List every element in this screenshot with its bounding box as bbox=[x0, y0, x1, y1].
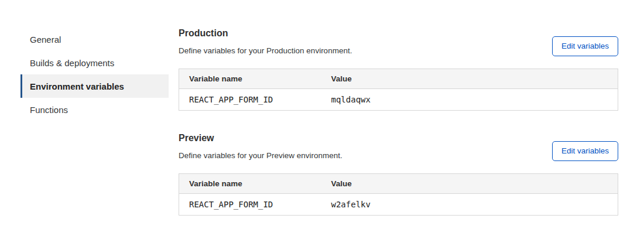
sidebar-item-label: Builds & deployments bbox=[30, 58, 114, 68]
production-title: Production bbox=[179, 28, 352, 39]
sidebar-item-label: Environment variables bbox=[30, 81, 124, 91]
preview-section: Preview Define variables for your Previe… bbox=[179, 132, 618, 216]
preview-section-text: Preview Define variables for your Previe… bbox=[179, 132, 342, 161]
settings-page: General Builds & deployments Environment… bbox=[0, 0, 644, 216]
table-header-row: Variable name Value bbox=[179, 174, 618, 194]
production-section: Production Define variables for your Pro… bbox=[179, 28, 618, 111]
variable-value-cell: w2afelkv bbox=[321, 194, 618, 216]
preview-description: Define variables for your Preview enviro… bbox=[179, 151, 342, 161]
sidebar-item-label: Functions bbox=[30, 105, 68, 115]
preview-section-header: Preview Define variables for your Previe… bbox=[179, 132, 618, 161]
sidebar-item-environment-variables[interactable]: Environment variables bbox=[20, 74, 169, 98]
settings-nav: General Builds & deployments Environment… bbox=[20, 28, 169, 121]
production-variables-table: Variable name Value REACT_APP_FORM_ID mq… bbox=[179, 69, 618, 111]
column-header-value: Value bbox=[321, 174, 618, 194]
edit-variables-button-preview[interactable]: Edit variables bbox=[552, 141, 618, 161]
sidebar-item-functions[interactable]: Functions bbox=[20, 98, 169, 121]
edit-variables-button-production[interactable]: Edit variables bbox=[552, 36, 618, 56]
variable-name-cell: REACT_APP_FORM_ID bbox=[179, 194, 321, 216]
column-header-variable-name: Variable name bbox=[179, 174, 321, 194]
environment-variables-panel: Production Define variables for your Pro… bbox=[179, 28, 618, 216]
preview-title: Preview bbox=[179, 132, 342, 144]
sidebar-item-general[interactable]: General bbox=[20, 28, 169, 51]
production-description: Define variables for your Production env… bbox=[179, 46, 352, 56]
production-section-text: Production Define variables for your Pro… bbox=[179, 28, 352, 56]
preview-variables-table: Variable name Value REACT_APP_FORM_ID w2… bbox=[179, 173, 618, 216]
table-header-row: Variable name Value bbox=[179, 69, 618, 89]
sidebar-item-builds-deployments[interactable]: Builds & deployments bbox=[20, 51, 169, 74]
column-header-value: Value bbox=[321, 69, 618, 89]
variable-value-cell: mqldaqwx bbox=[321, 89, 618, 111]
variable-name-cell: REACT_APP_FORM_ID bbox=[179, 89, 321, 111]
table-row: REACT_APP_FORM_ID w2afelkv bbox=[179, 194, 618, 216]
column-header-variable-name: Variable name bbox=[179, 69, 321, 89]
table-row: REACT_APP_FORM_ID mqldaqwx bbox=[179, 89, 618, 111]
sidebar-item-label: General bbox=[30, 35, 61, 45]
production-section-header: Production Define variables for your Pro… bbox=[179, 28, 618, 56]
